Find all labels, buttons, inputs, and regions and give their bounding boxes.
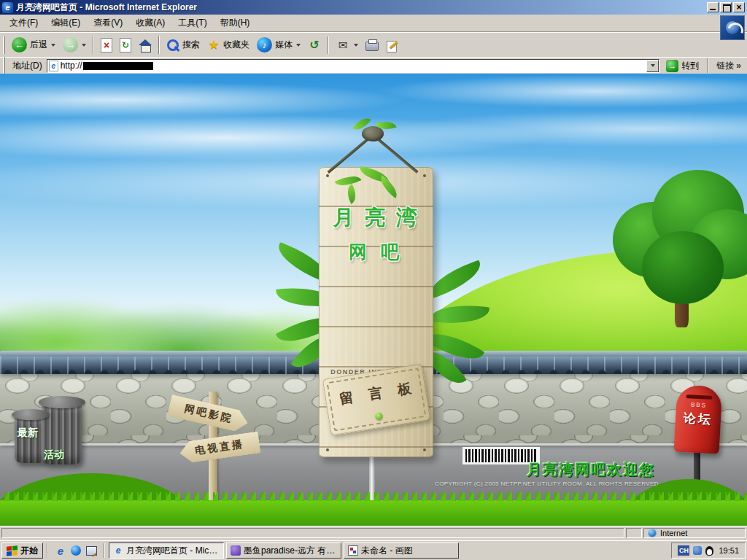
separator	[707, 58, 708, 73]
history-button[interactable]	[304, 34, 325, 56]
forum-mailbox[interactable]: BBS 论坛	[674, 384, 723, 454]
grass-strip	[0, 500, 747, 526]
zone-label: Internet	[660, 529, 687, 537]
maximize-button[interactable]	[720, 2, 732, 12]
ie-icon	[113, 545, 123, 556]
taskbar: 开始 月亮湾网吧首页 - Micro... 墨鱼paradise-远方 有一..…	[0, 540, 747, 560]
menu-favorites[interactable]: 收藏(A)	[129, 14, 171, 32]
address-label: 地址(D)	[11, 60, 44, 72]
quick-launch	[52, 544, 100, 557]
status-bar: Internet	[0, 526, 747, 540]
go-button[interactable]: 转到	[662, 58, 703, 74]
forward-button[interactable]	[59, 34, 90, 56]
task-button-ie[interactable]: 月亮湾网吧首页 - Micro...	[109, 542, 224, 559]
app-icon	[231, 545, 241, 556]
mail-button[interactable]	[332, 34, 362, 56]
media-dropdown-icon	[296, 44, 301, 47]
back-icon	[12, 37, 27, 52]
menu-tools[interactable]: 工具(T)	[171, 14, 213, 32]
status-zone-panel: Internet	[643, 528, 746, 538]
language-indicator[interactable]: CH	[678, 545, 689, 556]
menu-file[interactable]: 文件(F)	[3, 14, 44, 32]
menu-bar: 文件(F) 编辑(E) 查看(V) 收藏(A) 工具(T) 帮助(H)	[0, 15, 747, 32]
toolbar-grip[interactable]	[3, 36, 5, 54]
close-button[interactable]	[733, 2, 745, 12]
show-desktop-icon[interactable]	[85, 544, 98, 557]
separator	[47, 543, 48, 558]
history-icon	[308, 39, 321, 52]
favorites-button[interactable]: 收藏夹	[204, 34, 253, 56]
browser-viewport: 网吧影院 电视直播 最新 活动 BBS 论坛 月 亮 湾 网 吧 DONDER …	[0, 74, 747, 526]
nails	[326, 174, 329, 177]
address-value: http://	[61, 61, 82, 71]
back-button[interactable]: 后退	[8, 34, 59, 56]
toolbar: 后退 搜索 收藏夹 媒体	[0, 32, 747, 57]
palm-leaf	[430, 301, 489, 327]
search-icon	[166, 39, 179, 52]
print-button[interactable]	[362, 34, 382, 56]
mail-dropdown-icon	[354, 44, 358, 47]
page-icon	[49, 61, 58, 71]
mail-icon	[336, 39, 350, 52]
site-title-line2: 网 吧	[319, 240, 433, 264]
addressbar-grip[interactable]	[3, 57, 5, 74]
edit-button[interactable]	[382, 34, 403, 56]
windows-logo-icon	[7, 545, 18, 556]
tray-clock: 19:51	[717, 546, 739, 555]
title-bar[interactable]: 月亮湾网吧首页 - Microsoft Internet Explorer	[0, 0, 747, 15]
task-button-paint[interactable]: 未命名 - 画图	[344, 542, 459, 559]
links-button[interactable]: 链接	[713, 60, 745, 72]
window-controls	[707, 2, 745, 12]
stop-button[interactable]	[97, 34, 116, 56]
tray-app-icon[interactable]	[693, 546, 702, 555]
chevron-down-icon	[651, 64, 655, 67]
paint-icon	[348, 545, 358, 556]
forward-icon	[63, 37, 78, 52]
nav-events-link[interactable]: 活动	[44, 448, 64, 462]
globe-icon	[648, 529, 657, 537]
home-button[interactable]	[135, 34, 155, 56]
refresh-button[interactable]	[116, 34, 135, 56]
welcome-text: 月亮湾网吧欢迎您	[527, 460, 655, 480]
search-button[interactable]: 搜索	[163, 34, 204, 56]
ie-window: 月亮湾网吧首页 - Microsoft Internet Explorer 文件…	[0, 0, 747, 560]
forum-label: 论坛	[675, 409, 721, 428]
menu-edit[interactable]: 编辑(E)	[44, 14, 87, 32]
address-input[interactable]: http://	[47, 59, 660, 73]
ie-icon	[2, 2, 13, 13]
quick-launch-ie-icon[interactable]	[54, 544, 67, 557]
status-progress-panel	[626, 528, 642, 538]
task-button-paradise[interactable]: 墨鱼paradise-远方 有一...	[226, 542, 341, 559]
toolbar-separator	[158, 36, 160, 54]
redacted-url	[83, 62, 153, 70]
print-icon	[365, 42, 379, 51]
menu-help[interactable]: 帮助(H)	[214, 14, 257, 32]
system-tray: CH 19:51	[671, 542, 746, 559]
home-icon	[139, 39, 152, 51]
address-dropdown-button[interactable]	[646, 60, 659, 72]
message-board-button-icon	[375, 412, 383, 420]
media-icon	[257, 37, 272, 52]
trash-lid	[12, 409, 50, 420]
favorites-star-icon	[207, 39, 220, 52]
back-dropdown-icon	[51, 44, 55, 47]
edit-pencil-icon	[386, 39, 399, 52]
quick-launch-media-icon[interactable]	[69, 544, 82, 557]
ie-throbber-icon	[720, 15, 745, 40]
window-title: 月亮湾网吧首页 - Microsoft Internet Explorer	[16, 1, 197, 14]
forward-dropdown-icon	[82, 44, 86, 47]
toolbar-separator	[93, 36, 94, 54]
separator	[104, 543, 105, 558]
nav-latest-link[interactable]: 最新	[18, 427, 38, 440]
menu-view[interactable]: 查看(V)	[87, 14, 129, 32]
toolbar-separator	[328, 36, 329, 54]
refresh-icon	[120, 38, 131, 52]
start-button[interactable]: 开始	[1, 542, 43, 559]
qq-penguin-icon[interactable]	[705, 546, 713, 556]
go-arrow-icon	[666, 60, 678, 72]
message-board-label: 留 言 板	[325, 376, 427, 411]
media-button[interactable]: 媒体	[253, 34, 304, 56]
status-message-panel	[1, 528, 624, 538]
tree-foliage	[642, 231, 724, 304]
minimize-button[interactable]	[707, 2, 719, 12]
